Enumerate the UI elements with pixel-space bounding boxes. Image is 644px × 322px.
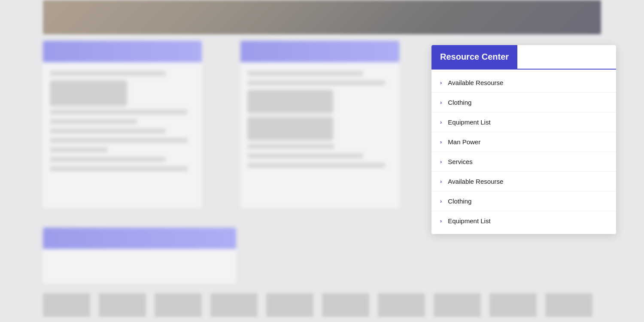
chevron-icon: › (440, 99, 442, 106)
panel-header: Resource Center (431, 45, 616, 70)
menu-label: Equipment List (448, 118, 490, 126)
menu-label: Man Power (448, 138, 480, 146)
menu-label: Available Resourse (448, 178, 503, 185)
panel-menu: › Available Resourse › Clothing › Equipm… (431, 70, 616, 234)
chevron-icon: › (440, 218, 442, 224)
panel-search-area (517, 45, 616, 70)
panel-title: Resource Center (431, 45, 517, 69)
chevron-icon: › (440, 198, 442, 204)
menu-item-available-resource-2[interactable]: › Available Resourse (431, 172, 616, 191)
menu-label: Equipment List (448, 217, 490, 225)
resource-center-panel: Resource Center › Available Resourse › C… (431, 45, 616, 234)
menu-item-man-power[interactable]: › Man Power (431, 132, 616, 152)
menu-label: Clothing (448, 99, 471, 106)
menu-item-available-resource-1[interactable]: › Available Resourse (431, 73, 616, 93)
menu-item-clothing-1[interactable]: › Clothing (431, 93, 616, 112)
chevron-icon: › (440, 178, 442, 185)
menu-label: Available Resourse (448, 79, 503, 86)
menu-label: Clothing (448, 197, 471, 205)
menu-item-equipment-list-2[interactable]: › Equipment List (431, 211, 616, 231)
chevron-icon: › (440, 79, 442, 86)
chevron-icon: › (440, 158, 442, 165)
menu-item-clothing-2[interactable]: › Clothing (431, 191, 616, 211)
menu-label: Services (448, 158, 473, 165)
chevron-icon: › (440, 119, 442, 125)
menu-item-services[interactable]: › Services (431, 152, 616, 172)
menu-item-equipment-list-1[interactable]: › Equipment List (431, 112, 616, 132)
chevron-icon: › (440, 139, 442, 145)
